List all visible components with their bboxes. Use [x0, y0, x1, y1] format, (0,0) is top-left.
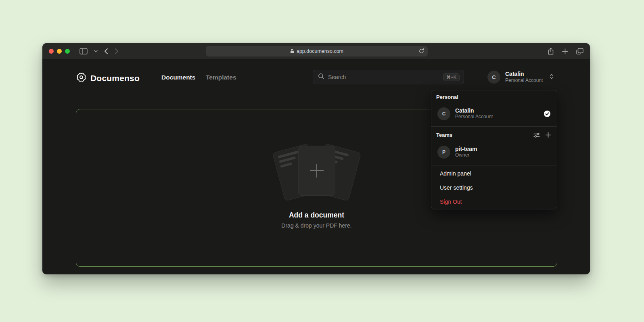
page-content: Documenso Documents Templates ⌘+K C Cata… [42, 59, 590, 274]
url-text: app.documenso.com [297, 48, 343, 54]
back-button-icon[interactable] [104, 48, 108, 54]
add-document-card [298, 146, 335, 196]
address-bar[interactable]: app.documenso.com [206, 46, 428, 56]
team-role: Owner [455, 152, 469, 158]
avatar: C [437, 107, 450, 120]
personal-account-name: Catalin [455, 107, 474, 114]
desktop: { "browser": { "url": "app.documenso.com… [0, 0, 644, 322]
brand-logo[interactable]: Documenso [76, 72, 140, 84]
document-cards-illustration [268, 142, 365, 202]
search-icon [318, 73, 324, 81]
new-tab-icon[interactable] [562, 48, 568, 54]
menu-item-admin-panel[interactable]: Admin panel [431, 166, 557, 180]
browser-window: app.documenso.com Documenso Docu [42, 43, 590, 274]
teams-section-label: Teams [436, 132, 452, 138]
documenso-logo-icon [76, 72, 87, 84]
minimize-button[interactable] [57, 49, 62, 54]
menu-item-user-settings[interactable]: User settings [431, 180, 557, 194]
zoom-button[interactable] [65, 49, 70, 54]
nav-templates[interactable]: Templates [206, 74, 236, 81]
share-icon[interactable] [548, 48, 554, 55]
team-item[interactable]: P pit-team Owner [431, 146, 557, 159]
check-circle-icon [544, 110, 551, 119]
dropzone-subtitle: Drag & drop your PDF here. [76, 222, 557, 229]
avatar: C [487, 71, 500, 84]
nav-documents[interactable]: Documents [161, 74, 195, 81]
team-avatar: P [437, 146, 450, 159]
personal-account-type: Personal Account [455, 114, 493, 120]
search-box: ⌘+K [313, 70, 464, 84]
sidebar-chevron-down-icon[interactable] [94, 50, 98, 52]
dropzone-title: Add a document [76, 211, 557, 220]
search-input[interactable] [328, 74, 443, 80]
menu-item-sign-out[interactable]: Sign Out [431, 194, 557, 209]
personal-account-item[interactable]: C Catalin Personal Account [431, 107, 557, 120]
account-menu-trigger[interactable]: C Catalin Personal Account [487, 71, 543, 84]
browser-titlebar: app.documenso.com [42, 43, 590, 59]
reload-icon[interactable] [418, 48, 424, 54]
lock-icon [290, 49, 294, 54]
search-shortcut-badge: ⌘+K [443, 73, 460, 81]
divider [431, 126, 557, 127]
add-team-icon[interactable] [545, 132, 551, 140]
close-button[interactable] [49, 49, 54, 54]
account-dropdown-menu: Personal C Catalin Personal Account Team… [431, 90, 557, 209]
account-name: Catalin [505, 71, 543, 77]
account-type: Personal Account [505, 77, 543, 84]
manage-teams-icon[interactable] [533, 132, 540, 140]
brand-name: Documenso [90, 73, 140, 83]
divider [431, 165, 557, 165]
chevron-up-down-icon[interactable] [549, 73, 554, 81]
forward-button-icon[interactable] [115, 48, 119, 54]
tab-overview-icon[interactable] [576, 48, 583, 54]
personal-section-label: Personal [436, 94, 458, 100]
team-name: pit-team [455, 146, 477, 152]
sidebar-toggle-icon[interactable] [79, 48, 88, 54]
